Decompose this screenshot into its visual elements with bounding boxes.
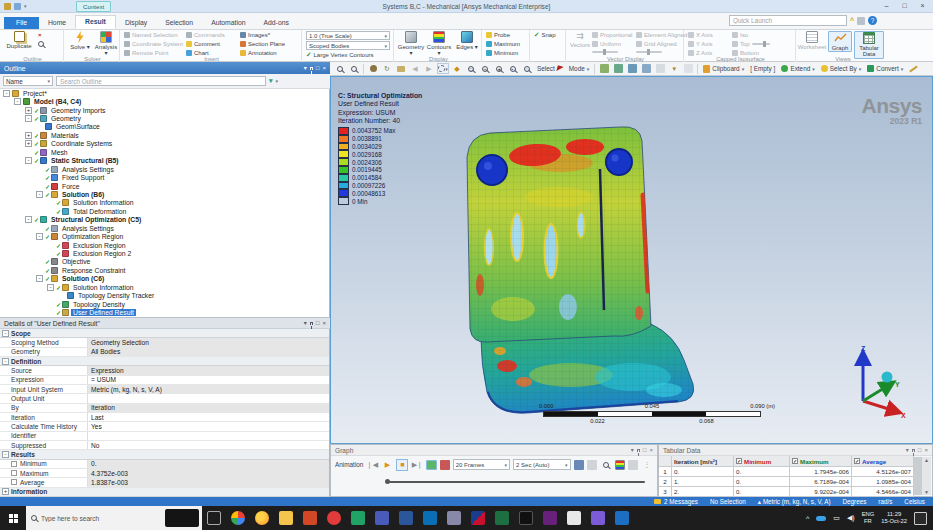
temperature-unit-status[interactable]: Celsius <box>904 498 925 505</box>
tree-item[interactable]: ✓ User Defined Result <box>0 308 329 316</box>
rotate-button[interactable]: ↻ <box>381 63 393 74</box>
details-row-value[interactable]: 1.8387e-003 <box>88 478 329 486</box>
find-button[interactable] <box>38 40 44 48</box>
start-button[interactable] <box>0 506 26 530</box>
media-app-icon[interactable] <box>327 511 341 525</box>
pan-button[interactable] <box>367 63 379 74</box>
tree-item[interactable]: ✓ Topology Density <box>0 300 329 308</box>
taskbar-search[interactable] <box>26 506 202 530</box>
zoom-selection-button[interactable]: ▪ <box>507 63 519 74</box>
select-label[interactable]: Select <box>535 65 565 72</box>
zoom-box-button[interactable]: □ <box>465 63 477 74</box>
firefox-icon[interactable] <box>255 511 269 525</box>
tabular-data-view-button[interactable]: Tabular Data <box>854 31 884 59</box>
select-vertex-filter-button[interactable] <box>598 63 610 74</box>
frames-select[interactable]: 20 Frames▾ <box>453 459 510 470</box>
details-row[interactable]: - Definition <box>0 357 329 366</box>
tree-item[interactable]: Topology Density Tracker <box>0 292 329 300</box>
flag-app-icon[interactable] <box>471 511 485 525</box>
quick-launch-input[interactable] <box>729 15 847 26</box>
analysis-button[interactable]: Analysis ▾ <box>93 31 119 57</box>
tabular-row[interactable]: 3 2. 0. 9.9202e-004 4.5466e-004 <box>659 487 932 497</box>
details-row-value[interactable]: All Bodies <box>88 348 329 356</box>
details-row[interactable]: Output Unit <box>0 394 329 403</box>
excel-icon[interactable] <box>495 511 509 525</box>
select-by-dropdown[interactable]: Select By▾ <box>819 65 864 72</box>
select-edge-filter-button[interactable] <box>612 63 624 74</box>
details-dropdown-icon[interactable]: ▾ <box>304 320 307 326</box>
details-row-value[interactable]: Last <box>88 413 329 421</box>
animation-play-button[interactable]: ▶ <box>381 459 393 471</box>
tree-item[interactable]: - ✓ Optimization Region <box>0 232 329 240</box>
white-app-icon[interactable] <box>567 511 581 525</box>
wireframe-filter-button[interactable]: ▾ <box>668 63 680 74</box>
mode-dropdown[interactable]: Mode▾ <box>567 65 592 72</box>
share-icon[interactable] <box>857 17 865 25</box>
tree-item[interactable]: - ✓ Solution (C6) <box>0 275 329 283</box>
tree-expander-icon[interactable]: - <box>47 284 54 291</box>
tabular-pin-icon[interactable] <box>912 449 915 452</box>
tree-expander-icon[interactable]: - <box>3 90 10 97</box>
ribbon-tab[interactable]: Selection <box>156 17 202 29</box>
details-row[interactable]: Iteration Last <box>0 413 329 422</box>
search-outline-input[interactable] <box>56 76 266 86</box>
section-expander-icon[interactable]: - <box>2 358 9 365</box>
tree-expander-icon[interactable]: - <box>25 157 32 164</box>
details-row-value[interactable]: Geometry Selection <box>88 338 329 346</box>
details-row-value[interactable]: = USUM <box>88 376 329 384</box>
taskbar-clock[interactable]: 11:2915-Oct-22 <box>881 511 907 525</box>
scroll-down-icon[interactable]: ▼ <box>924 489 929 495</box>
animation-export-icon[interactable] <box>426 460 436 470</box>
details-row-value[interactable]: Expression <box>88 366 329 374</box>
word-icon[interactable] <box>399 511 413 525</box>
mesh-filter-button[interactable] <box>682 63 694 74</box>
details-row[interactable]: Input Unit System Metric (m, kg, N, s, V… <box>0 385 329 394</box>
result-checkbox[interactable] <box>11 461 17 467</box>
export-video-icon[interactable] <box>574 460 584 470</box>
column-minimum[interactable]: ✓Minimum <box>734 456 790 467</box>
angular-velocity-unit-status[interactable]: rad/s <box>878 498 892 505</box>
close-button[interactable]: × <box>914 0 931 12</box>
details-row-value[interactable]: No <box>88 441 329 449</box>
timeline-track[interactable] <box>389 481 645 483</box>
pencil-annotate-button[interactable] <box>907 63 919 74</box>
details-row[interactable]: Suppressed No <box>0 441 329 450</box>
section-expander-icon[interactable]: - <box>2 451 9 458</box>
tree-item[interactable]: - ✓ Geometry <box>0 114 329 122</box>
details-row[interactable]: Identifier <box>0 432 329 441</box>
outline-float-icon[interactable]: □ <box>316 65 320 71</box>
graph-close-icon[interactable]: × <box>649 447 653 453</box>
tree-item[interactable]: - ✓ Structural Optimization (C5) <box>0 216 329 224</box>
minimum-button[interactable]: Minimum <box>486 49 520 57</box>
filter-options-icon[interactable]: ▾ <box>276 78 279 84</box>
zoom-extents-button[interactable]: ○ <box>521 63 533 74</box>
task-view-icon[interactable] <box>207 511 221 525</box>
minimum-checkbox[interactable]: ✓ <box>736 458 742 464</box>
taskbar-search-input[interactable] <box>41 515 151 522</box>
restore-button[interactable]: □ <box>896 0 913 12</box>
help-icon[interactable]: ? <box>868 16 877 25</box>
animation-first-frame-button[interactable]: ❘◀ <box>366 459 378 471</box>
notification-center-icon[interactable] <box>914 512 927 525</box>
tree-item[interactable]: ✓ Analysis Settings <box>0 224 329 232</box>
tabular-row[interactable]: 2 1. 0. 6.7189e-004 1.0985e-004 <box>659 477 932 487</box>
iso-ball-icon[interactable] <box>882 372 893 383</box>
column-iteration[interactable]: Iteration [m/s²] <box>672 456 734 467</box>
details-pin-icon[interactable] <box>310 322 313 325</box>
tree-item[interactable]: - ✓ Solution (B6) <box>0 190 329 198</box>
details-row-value[interactable]: 4.3752e-003 <box>88 469 329 477</box>
details-row[interactable]: Expression = USUM <box>0 376 329 385</box>
tree-item[interactable]: ✓ Analysis Settings <box>0 165 329 173</box>
select-face-filter-button[interactable] <box>626 63 638 74</box>
details-row-value[interactable]: Iteration <box>88 404 329 412</box>
details-row[interactable]: Scoping Method Geometry Selection <box>0 338 329 347</box>
look-at-button[interactable] <box>395 63 407 74</box>
details-row[interactable]: Source Expression <box>0 366 329 375</box>
name-filter-select[interactable]: Name▾ <box>3 76 53 86</box>
tree-item[interactable]: - ✓ Solution Information <box>0 283 329 291</box>
tree-item[interactable]: ✓ Exclusion Region <box>0 241 329 249</box>
scroll-up-icon[interactable]: ▲ <box>924 457 929 463</box>
outline-pin-icon[interactable] <box>310 67 313 70</box>
tree-item[interactable]: ✓ Objective <box>0 258 329 266</box>
details-row-value[interactable] <box>88 432 329 440</box>
